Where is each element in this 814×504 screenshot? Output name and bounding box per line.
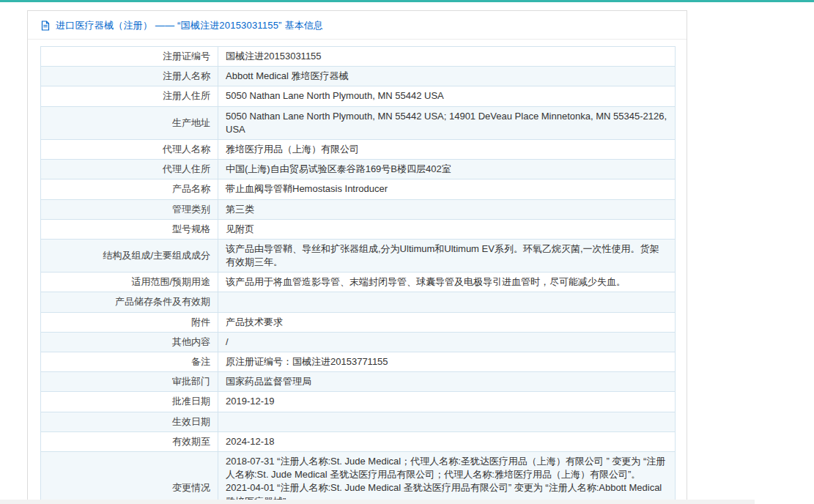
field-label: 代理人名称 [41,139,218,159]
table-row: 结构及组成/主要组成成分 该产品由导管鞘、导丝和扩张器组成,分为Ultimum和… [41,239,676,272]
registration-info-table: 注册证编号 国械注进20153031155 注册人名称 Abbott Medic… [40,46,676,504]
field-value [218,292,676,312]
table-row: 有效期至 2024-12-18 [41,431,676,451]
field-label: 注册人住所 [41,86,218,106]
field-label: 产品名称 [41,179,218,199]
panel-header: 进口医疗器械（注册） —— “国械注进20153031155” 基本信息 [28,11,687,40]
field-value: 第三类 [218,199,676,219]
table-row: 代理人住所 中国(上海)自由贸易试验区泰谷路169号B楼四层402室 [41,160,676,179]
table-row: 型号规格 见附页 [41,219,676,239]
field-label: 产品储存条件及有效期 [41,292,218,312]
field-value: 国械注进20153031155 [218,47,676,67]
table-row: 产品名称 带止血阀导管鞘Hemostasis Introducer [41,179,676,199]
field-label: 生产地址 [41,106,218,139]
field-label: 代理人住所 [41,160,218,179]
table-row: 批准日期 2019-12-19 [41,392,676,412]
registration-info-panel: 进口医疗器械（注册） —— “国械注进20153031155” 基本信息 注册证… [27,10,687,504]
table-row: 注册证编号 国械注进20153031155 [41,47,676,67]
table-row: 审批部门 国家药品监督管理局 [41,372,676,392]
table-row: 备注 原注册证编号：国械注进20153771155 [41,352,676,372]
field-label: 备注 [41,352,218,372]
field-label: 附件 [41,312,218,332]
field-value: 见附页 [218,219,676,239]
field-label: 审批部门 [41,372,218,392]
field-value: 产品技术要求 [218,312,676,332]
table-row: 产品储存条件及有效期 [41,292,676,312]
field-label: 有效期至 [41,431,218,451]
field-label: 注册人名称 [41,67,218,86]
document-icon [40,21,51,31]
table-row: 管理类别 第三类 [41,199,676,219]
field-label: 变更情况 [41,451,218,504]
field-value: 2018-07-31 “注册人名称:St. Jude Medical；代理人名称… [218,451,676,504]
field-label: 管理类别 [41,199,218,219]
page-bottom-strip [0,500,755,504]
field-value: 2024-12-18 [218,431,676,451]
field-label: 型号规格 [41,219,218,239]
table-row: 注册人住所 5050 Nathan Lane North Plymouth, M… [41,86,676,106]
field-label: 结构及组成/主要组成成分 [41,239,218,272]
field-label: 注册证编号 [41,47,218,67]
field-value: 原注册证编号：国械注进20153771155 [218,352,676,372]
table-row: 注册人名称 Abbott Medical 雅培医疗器械 [41,67,676,86]
field-value: 5050 Nathan Lane North Plymouth, MN 5544… [218,106,676,139]
page-title: 进口医疗器械（注册） —— “国械注进20153031155” 基本信息 [56,19,323,32]
field-value: 中国(上海)自由贸易试验区泰谷路169号B楼四层402室 [218,160,676,179]
field-label: 其他内容 [41,332,218,352]
field-label: 适用范围/预期用途 [41,273,218,292]
table-row: 适用范围/预期用途 该产品用于将血管造影导管、末端封闭导管、球囊导管及电极导引进… [41,273,676,292]
field-value: 2019-12-19 [218,392,676,412]
table-row: 变更情况 2018-07-31 “注册人名称:St. Jude Medical；… [41,451,676,504]
table-row: 生效日期 [41,412,676,431]
field-value: 5050 Nathan Lane North Plymouth, MN 5544… [218,86,676,106]
field-label: 生效日期 [41,412,218,431]
field-value: 该产品由导管鞘、导丝和扩张器组成,分为Ultimum和Ultimum EV系列。… [218,239,676,272]
field-value: 国家药品监督管理局 [218,372,676,392]
field-value: 雅培医疗用品（上海）有限公司 [218,139,676,159]
field-value [218,412,676,431]
field-label: 批准日期 [41,392,218,412]
table-row: 其他内容 / [41,332,676,352]
field-value: 该产品用于将血管造影导管、末端封闭导管、球囊导管及电极导引进血管时，尽可能减少失… [218,273,676,292]
field-value: 带止血阀导管鞘Hemostasis Introducer [218,179,676,199]
top-accent-bar [0,0,814,2]
field-value: Abbott Medical 雅培医疗器械 [218,67,676,86]
table-row: 生产地址 5050 Nathan Lane North Plymouth, MN… [41,106,676,139]
field-value: / [218,332,676,352]
table-row: 代理人名称 雅培医疗用品（上海）有限公司 [41,139,676,159]
table-row: 附件 产品技术要求 [41,312,676,332]
